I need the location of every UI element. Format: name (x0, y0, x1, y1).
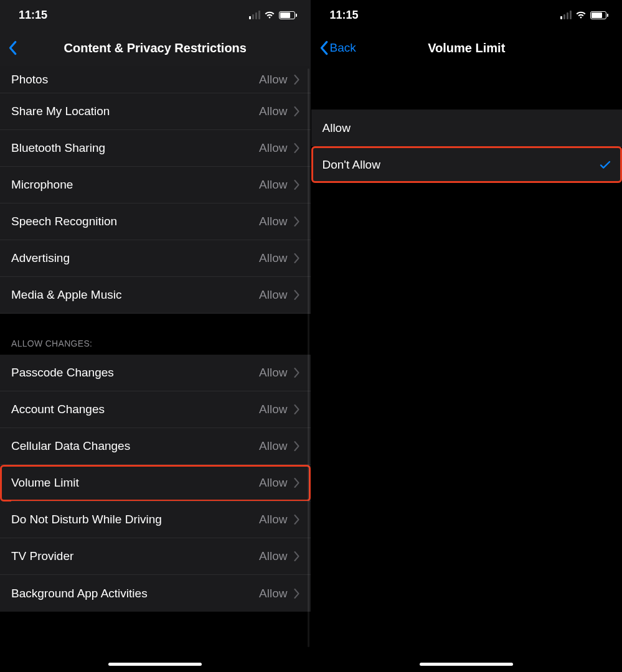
chevron-left-icon (7, 40, 17, 55)
list-item-advertising[interactable]: AdvertisingAllow (0, 240, 311, 277)
home-indicator[interactable] (420, 663, 513, 666)
chevron-right-icon (294, 253, 299, 263)
chevron-right-icon (294, 404, 299, 414)
list-item-value: Allow (259, 141, 287, 155)
list-item-background-app-activities[interactable]: Background App ActivitiesAllow (0, 575, 311, 612)
chevron-right-icon (294, 75, 299, 85)
status-time: 11:15 (330, 9, 359, 22)
list-item-microphone[interactable]: MicrophoneAllow (0, 167, 311, 203)
chevron-right-icon (294, 589, 299, 599)
chevron-right-icon (294, 290, 299, 300)
allow-changes-section: Passcode ChangesAllowAccount ChangesAllo… (0, 355, 311, 612)
left-screen: 11:15 Content & Privacy Restrictions P (0, 0, 311, 672)
list-item-label: Passcode Changes (11, 366, 114, 380)
list-item-label: Photos (11, 73, 48, 86)
list-item-label: Volume Limit (11, 476, 79, 490)
home-indicator[interactable] (108, 663, 202, 666)
list-item-media-apple-music[interactable]: Media & Apple MusicAllow (0, 277, 311, 314)
list-item-label: Speech Recognition (11, 215, 117, 228)
list-item-label: Account Changes (11, 403, 105, 416)
back-button[interactable] (5, 37, 20, 59)
right-screen: 11:15 Back Volume Limit AllowD (311, 0, 623, 672)
list-item-do-not-disturb-while-driving[interactable]: Do Not Disturb While DrivingAllow (0, 502, 311, 538)
scrollbar[interactable] (308, 68, 309, 647)
chevron-right-icon (294, 180, 299, 190)
status-bar: 11:15 (0, 0, 311, 30)
list-item-value: Allow (259, 403, 287, 416)
section-header-allow-changes: Allow Changes: (0, 314, 311, 355)
option-label: Don't Allow (323, 158, 380, 172)
list-item-bluetooth-sharing[interactable]: Bluetooth SharingAllow (0, 130, 311, 167)
chevron-right-icon (294, 106, 299, 116)
list-item-label: Cellular Data Changes (11, 439, 130, 453)
back-button[interactable]: Back (316, 37, 359, 59)
list-item-cellular-data-changes[interactable]: Cellular Data ChangesAllow (0, 428, 311, 465)
list-item-value: Allow (259, 288, 287, 302)
back-label: Back (330, 41, 356, 55)
option-label: Allow (323, 121, 351, 135)
list-item-value: Allow (259, 476, 287, 490)
battery-icon (590, 11, 608, 19)
list-item-passcode-changes[interactable]: Passcode ChangesAllow (0, 355, 311, 391)
list-item-value: Allow (259, 549, 287, 563)
option-list: AllowDon't Allow (311, 110, 623, 183)
signal-icon (560, 11, 572, 19)
signal-icon (249, 11, 260, 19)
privacy-section: PhotosAllowShare My LocationAllowBluetoo… (0, 66, 311, 314)
battery-icon (279, 11, 297, 19)
list-item-value: Allow (259, 215, 287, 228)
wifi-icon (575, 11, 587, 19)
list-item-label: Bluetooth Sharing (11, 141, 105, 155)
status-time: 11:15 (19, 9, 47, 22)
checkmark-icon (600, 159, 611, 170)
chevron-right-icon (294, 368, 299, 378)
option-allow[interactable]: Allow (311, 110, 623, 146)
list-item-account-changes[interactable]: Account ChangesAllow (0, 391, 311, 428)
list-item-photos[interactable]: PhotosAllow (0, 66, 311, 93)
status-icons (560, 11, 608, 19)
list-item-label: Media & Apple Music (11, 288, 121, 302)
list-item-volume-limit[interactable]: Volume LimitAllow (0, 465, 311, 502)
list-item-value: Allow (259, 178, 287, 192)
chevron-right-icon (294, 478, 299, 488)
chevron-right-icon (294, 441, 299, 451)
list-item-value: Allow (259, 73, 287, 86)
list-item-label: Do Not Disturb While Driving (11, 513, 162, 526)
list-item-value: Allow (259, 513, 287, 526)
chevron-right-icon (294, 551, 299, 561)
chevron-left-icon (319, 40, 329, 55)
list-item-value: Allow (259, 587, 287, 600)
list-item-label: TV Provider (11, 549, 73, 563)
status-bar: 11:15 (311, 0, 623, 30)
list-item-value: Allow (259, 439, 287, 453)
list-item-label: Microphone (11, 178, 73, 192)
nav-header: Back Volume Limit (311, 30, 623, 66)
wifi-icon (264, 11, 275, 19)
list-item-share-my-location[interactable]: Share My LocationAllow (0, 93, 311, 130)
list-item-label: Background App Activities (11, 587, 148, 600)
chevron-right-icon (294, 217, 299, 226)
list-item-value: Allow (259, 366, 287, 380)
list-item-label: Share My Location (11, 105, 110, 118)
page-title: Content & Privacy Restrictions (0, 41, 311, 55)
list-item-tv-provider[interactable]: TV ProviderAllow (0, 538, 311, 575)
status-icons (249, 11, 297, 19)
chevron-right-icon (294, 143, 299, 153)
list-item-speech-recognition[interactable]: Speech RecognitionAllow (0, 203, 311, 240)
nav-header: Content & Privacy Restrictions (0, 30, 311, 66)
chevron-right-icon (294, 515, 299, 525)
option-don-t-allow[interactable]: Don't Allow (311, 146, 623, 183)
list-item-value: Allow (259, 105, 287, 118)
list-item-value: Allow (259, 251, 287, 265)
list-item-label: Advertising (11, 251, 70, 265)
